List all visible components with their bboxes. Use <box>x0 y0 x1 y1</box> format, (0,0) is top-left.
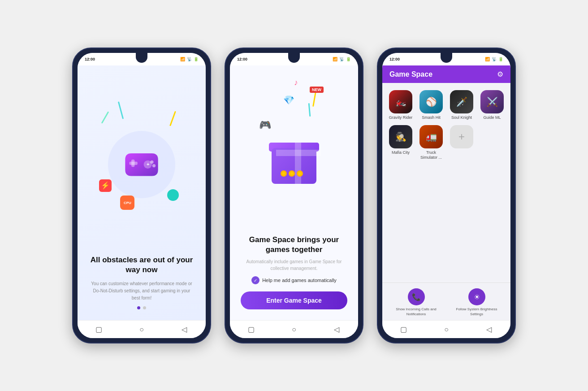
onboarding-screen-1: ⚡ CPU <box>78 65 206 320</box>
nav-square-icon-3[interactable]: ▢ <box>400 326 408 334</box>
game-grid: 🏍️ Gravity Rider ⚾ Smash Hit 🗡️ Soul Kni… <box>382 83 510 164</box>
auto-add-check[interactable]: ✓ Help me add games automatically <box>241 276 347 284</box>
signal-icon-2: 📶 <box>333 57 337 61</box>
game-item-mafia-city[interactable]: 🕵️ Mafia City <box>388 125 414 161</box>
new-badge: NEW <box>310 87 324 93</box>
game-label-guide-ml: Guide ML <box>483 115 501 121</box>
game-item-truck-simulator[interactable]: 🚛 Truck Simulator ... <box>418 125 444 161</box>
onboarding-screen-2: 🎮 ♪ 💎 NEW <box>230 65 358 320</box>
brightness-label: Follow System Brightness Settings <box>454 307 499 317</box>
game-item-gravity-rider[interactable]: 🏍️ Gravity Rider <box>388 90 414 121</box>
coin-1 <box>281 170 287 177</box>
dot-2 <box>143 306 146 309</box>
game-icon-gravity-rider: 🏍️ <box>389 90 412 113</box>
time-2: 12:00 <box>237 57 247 61</box>
deco-cyan <box>118 102 124 119</box>
add-game-icon[interactable]: + <box>450 125 473 148</box>
nav-circle-icon-3[interactable]: ○ <box>442 326 450 334</box>
illustration-1: ⚡ CPU <box>88 74 195 255</box>
calls-label: Show Incoming Calls and Notifications <box>394 307 439 317</box>
deco-lightning: ⚡ <box>99 179 112 192</box>
dot-1 <box>137 306 140 309</box>
phone2-title: Game Space brings your games together <box>241 235 347 255</box>
phone-1: 12:00 📶 📡 🔋 ⚡ CPU <box>72 48 211 343</box>
deco-circle <box>167 189 179 201</box>
nav-bar-2: ▢ ○ ◁ <box>230 320 358 338</box>
bottom-actions: 📞 Show Incoming Calls and Notifications … <box>382 282 510 320</box>
screen-1: ⚡ CPU <box>78 65 206 320</box>
svg-point-5 <box>152 164 156 167</box>
pagination-dots <box>137 306 146 311</box>
phone1-description: You can customize whatever performance m… <box>88 280 195 302</box>
game-item-add[interactable]: + <box>449 125 475 161</box>
screen-2: 🎮 ♪ 💎 NEW <box>230 65 358 320</box>
phone-3: 12:00 📶 📡 🔋 Game Space ⚙ 🏍️ Gravity Rid <box>377 48 516 343</box>
time-3: 12:00 <box>389 57 400 61</box>
spacer <box>382 164 510 282</box>
battery-icon: 🔋 <box>194 57 199 61</box>
game-item-smash-hit[interactable]: ⚾ Smash Hit <box>418 90 444 121</box>
deco-yellow <box>170 111 177 126</box>
coin-3 <box>297 170 303 177</box>
gift-box <box>267 121 321 184</box>
float-stripe-cyan <box>308 103 311 116</box>
nav-back-icon-2[interactable]: ◁ <box>333 326 341 334</box>
battery-icon-3: 🔋 <box>498 57 503 61</box>
nav-back-icon[interactable]: ◁ <box>180 326 188 334</box>
gift-illustration: 🎮 ♪ 💎 NEW <box>267 70 321 235</box>
time-1: 12:00 <box>85 57 95 61</box>
enter-game-space-button[interactable]: Enter Game Space <box>241 291 347 309</box>
nav-bar-1: ▢ ○ ◁ <box>78 320 206 338</box>
float-note-icon: ♪ <box>294 78 298 87</box>
game-icon-guide-ml: ⚔️ <box>480 90 504 113</box>
notch-1 <box>136 53 147 63</box>
game-label-gravity-rider: Gravity Rider <box>389 115 413 121</box>
coin-2 <box>289 170 295 177</box>
phone1-text-block: All obstacles are out of your way now Yo… <box>88 255 195 306</box>
svg-rect-1 <box>131 160 134 167</box>
game-icon-soul-knight: 🗡️ <box>450 90 473 113</box>
nav-square-icon[interactable]: ▢ <box>95 326 103 334</box>
signal-icon-3: 📶 <box>485 57 490 61</box>
game-label-smash-hit: Smash Hit <box>422 115 441 121</box>
deco-cpu: CPU <box>120 196 134 210</box>
battery-icon-2: 🔋 <box>346 57 351 61</box>
svg-point-4 <box>150 161 153 164</box>
ribbon-v <box>295 143 301 184</box>
wifi-icon-3: 📡 <box>492 57 497 61</box>
status-icons-2: 📶 📡 🔋 <box>333 57 351 61</box>
check-label-text: Help me add games automatically <box>262 278 337 283</box>
game-item-soul-knight[interactable]: 🗡️ Soul Knight <box>449 90 475 121</box>
brightness-action[interactable]: ☀ Follow System Brightness Settings <box>454 288 499 317</box>
float-diamond-icon: 💎 <box>283 95 294 105</box>
notch-3 <box>441 53 452 63</box>
settings-gear-icon[interactable]: ⚙ <box>497 70 503 78</box>
box-coins <box>281 170 303 177</box>
svg-text:+: + <box>147 162 149 167</box>
calls-icon: 📞 <box>408 288 425 305</box>
game-space-title: Game Space <box>389 70 432 78</box>
nav-back-icon-3[interactable]: ◁ <box>485 326 493 334</box>
brightness-icon: ☀ <box>468 288 485 305</box>
game-icon-truck-simulator: 🚛 <box>419 125 443 148</box>
wifi-icon-2: 📡 <box>339 57 344 61</box>
controller-icon: + <box>117 146 166 183</box>
game-label-mafia-city: Mafia City <box>392 150 410 156</box>
calls-notifications-action[interactable]: 📞 Show Incoming Calls and Notifications <box>394 288 439 317</box>
phone1-title: All obstacles are out of your way now <box>88 255 195 275</box>
phone2-text-block: Game Space brings your games together Au… <box>241 235 347 309</box>
game-icon-mafia-city: 🕵️ <box>389 125 412 148</box>
wifi-icon: 📡 <box>187 57 192 61</box>
game-label-truck-simulator: Truck Simulator ... <box>418 150 444 161</box>
status-icons-1: 📶 📡 🔋 <box>180 57 199 61</box>
game-item-guide-ml[interactable]: ⚔️ Guide ML <box>479 90 505 121</box>
nav-square-icon-2[interactable]: ▢ <box>247 326 255 334</box>
nav-circle-icon-2[interactable]: ○ <box>290 326 298 334</box>
signal-icon: 📶 <box>180 57 185 61</box>
status-bar-3: 12:00 📶 📡 🔋 <box>382 53 510 65</box>
check-icon: ✓ <box>251 276 259 284</box>
nav-bar-3: ▢ ○ ◁ <box>382 320 510 338</box>
status-bar-2: 12:00 📶 📡 🔋 <box>230 53 358 65</box>
nav-circle-icon[interactable]: ○ <box>138 326 146 334</box>
status-icons-3: 📶 📡 🔋 <box>485 57 503 61</box>
